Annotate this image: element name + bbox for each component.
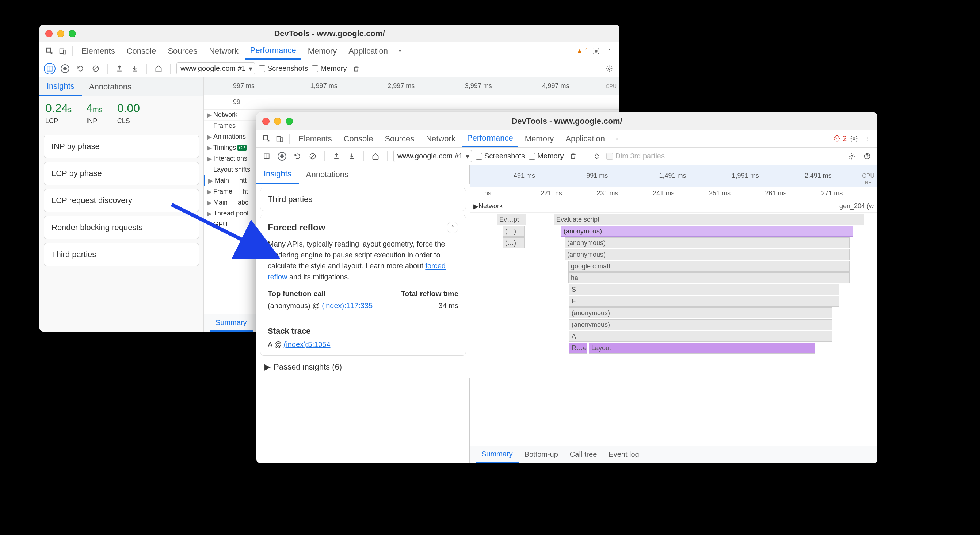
bottom-tabs: Summary Bottom-up Call tree Event log: [470, 446, 877, 463]
tab-network[interactable]: Network: [204, 42, 243, 60]
time-ruler[interactable]: ns 221 ms 231 ms 241 ms 251 ms 261 ms 27…: [470, 187, 877, 200]
source-link[interactable]: (index):117:335: [322, 302, 372, 310]
third-parties-card[interactable]: Third parties: [260, 188, 466, 211]
inspect-icon[interactable]: [44, 45, 56, 57]
error-badge[interactable]: ⛒ 2: [834, 134, 847, 143]
tab-sources[interactable]: Sources: [162, 42, 202, 60]
flame-bar[interactable]: E: [569, 296, 839, 307]
gear-icon[interactable]: [590, 45, 602, 57]
flame-bar[interactable]: A: [569, 331, 832, 342]
home-icon[interactable]: [153, 63, 164, 75]
svg-line-7: [94, 67, 97, 70]
record-icon[interactable]: [276, 151, 288, 162]
target-dropdown[interactable]: www.google.com #1: [177, 62, 255, 75]
side-tab-insights[interactable]: Insights: [256, 165, 299, 184]
flame-body[interactable]: Ev…pt Evaluate script (…) (anonymous) (……: [470, 213, 877, 446]
side-tab-insights[interactable]: Insights: [40, 78, 82, 96]
side-tab-annotations[interactable]: Annotations: [299, 165, 356, 184]
inspect-icon[interactable]: [261, 133, 272, 144]
bottom-tab-summary[interactable]: Summary: [476, 446, 519, 463]
memory-checkbox[interactable]: Memory: [528, 152, 563, 160]
timeline-ruler[interactable]: 997 ms 1,997 ms 2,997 ms 3,997 ms 4,997 …: [204, 78, 619, 95]
device-icon[interactable]: [57, 45, 69, 57]
tab-memory[interactable]: Memory: [520, 130, 559, 147]
metric-cls[interactable]: 0.00 CLS: [117, 102, 140, 125]
overview-minimap[interactable]: 491 ms 991 ms 1,491 ms 1,991 ms 2,491 ms…: [470, 165, 877, 187]
flame-bar[interactable]: (anonymous): [569, 319, 832, 330]
tab-elements[interactable]: Elements: [293, 130, 337, 147]
summary-tab[interactable]: Summary: [210, 314, 253, 332]
flame-bar[interactable]: (anonymous): [565, 237, 850, 248]
insight-inp-by-phase[interactable]: INP by phase: [44, 135, 199, 158]
warning-badge[interactable]: ▲ 1: [576, 47, 589, 55]
reload-icon[interactable]: [75, 63, 86, 75]
kebab-icon[interactable]: ⋮: [603, 45, 615, 57]
device-icon[interactable]: [274, 133, 286, 144]
tab-elements[interactable]: Elements: [76, 42, 120, 60]
insight-lcp-request-discovery[interactable]: LCP request discovery: [44, 189, 199, 212]
flame-bar[interactable]: S: [569, 284, 839, 295]
metric-inp[interactable]: 4ms INP: [86, 102, 102, 125]
flame-bar[interactable]: google.c.maft: [568, 261, 850, 272]
tab-application[interactable]: Application: [560, 130, 610, 147]
side-tab-annotations[interactable]: Annotations: [82, 78, 139, 96]
insight-render-blocking[interactable]: Render blocking requests: [44, 216, 199, 239]
insight-third-parties[interactable]: Third parties: [44, 243, 199, 266]
trash-icon[interactable]: [567, 151, 579, 162]
tab-performance[interactable]: Performance: [245, 42, 301, 60]
trash-icon[interactable]: [350, 63, 362, 75]
metric-lcp[interactable]: 0.24s LCP: [45, 102, 72, 125]
flame-bar-anon[interactable]: (anonymous): [561, 226, 853, 237]
more-tabs-icon[interactable]: »: [395, 45, 406, 57]
settings-icon[interactable]: [603, 63, 615, 75]
target-dropdown[interactable]: www.google.com #1: [393, 150, 472, 162]
help-icon[interactable]: [861, 151, 873, 162]
upload-icon[interactable]: [114, 63, 125, 75]
passed-insights-row[interactable]: ▶ Passed insights (6): [260, 359, 466, 375]
gear-icon[interactable]: [848, 133, 860, 144]
flame-bar[interactable]: (anonymous): [565, 249, 850, 260]
toggle-sidebar-icon[interactable]: [44, 63, 56, 75]
tab-application[interactable]: Application: [344, 42, 393, 60]
memory-checkbox[interactable]: Memory: [312, 64, 347, 73]
bottom-tab-event-log[interactable]: Event log: [603, 446, 645, 463]
more-tabs-icon[interactable]: »: [611, 133, 623, 144]
toggle-sidebar-icon[interactable]: [261, 151, 272, 162]
home-icon[interactable]: [370, 151, 381, 162]
dim-3rd-parties-checkbox[interactable]: Dim 3rd parties: [606, 152, 665, 160]
clear-icon[interactable]: [307, 151, 318, 162]
record-icon[interactable]: [59, 63, 71, 75]
insight-lcp-by-phase[interactable]: LCP by phase: [44, 162, 199, 185]
network-track[interactable]: ▶ Network gen_204 (w: [470, 200, 877, 213]
tab-network[interactable]: Network: [421, 130, 461, 147]
bottom-tab-bottom-up[interactable]: Bottom-up: [519, 446, 564, 463]
bottom-tab-call-tree[interactable]: Call tree: [564, 446, 603, 463]
flame-bar[interactable]: (anonymous): [569, 308, 832, 318]
flame-bar[interactable]: Ev…pt: [497, 214, 526, 225]
clear-icon[interactable]: [90, 63, 102, 75]
forced-reflow-title: Forced reflow: [268, 222, 325, 233]
tab-sources[interactable]: Sources: [380, 130, 419, 147]
settings-icon[interactable]: [846, 151, 858, 162]
collapse-icon[interactable]: [591, 151, 603, 162]
upload-icon[interactable]: [331, 151, 342, 162]
kebab-icon[interactable]: ⋮: [861, 133, 873, 144]
flame-bar[interactable]: (…): [503, 237, 525, 248]
flame-bar-recalc[interactable]: R…e: [569, 343, 587, 354]
tab-console[interactable]: Console: [122, 42, 161, 60]
screenshots-checkbox[interactable]: Screenshots: [259, 64, 308, 73]
screenshots-checkbox[interactable]: Screenshots: [476, 152, 525, 160]
tab-console[interactable]: Console: [339, 130, 379, 147]
stack-source-link[interactable]: (index):5:1054: [284, 340, 331, 348]
collapse-button[interactable]: ˄: [447, 222, 458, 233]
flame-bar[interactable]: (…): [503, 226, 525, 237]
download-icon[interactable]: [346, 151, 358, 162]
flame-bar[interactable]: Evaluate script: [554, 214, 864, 225]
download-icon[interactable]: [129, 63, 141, 75]
control-bar: www.google.com #1 Screenshots Memory Dim…: [256, 148, 877, 165]
tab-memory[interactable]: Memory: [303, 42, 342, 60]
flame-bar-layout[interactable]: Layout: [589, 343, 815, 354]
reload-icon[interactable]: [291, 151, 303, 162]
flame-bar[interactable]: ha: [568, 272, 850, 283]
tab-performance[interactable]: Performance: [462, 130, 518, 147]
